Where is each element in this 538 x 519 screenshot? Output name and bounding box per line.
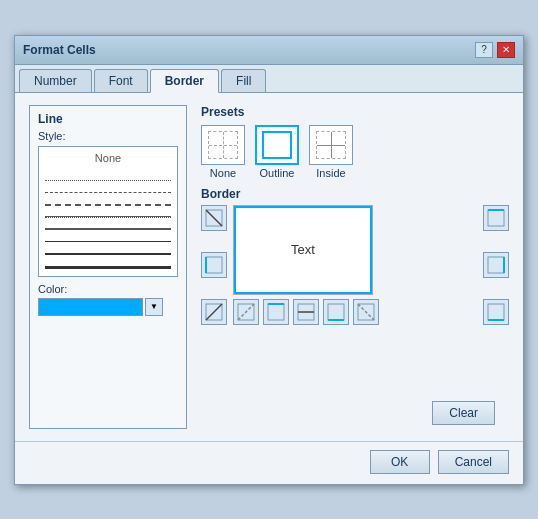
line-style-dash-dot-dot[interactable]: [43, 225, 173, 233]
svg-rect-20: [488, 304, 504, 320]
dialog-title: Format Cells: [23, 43, 96, 57]
right-panel: Presets None Outline: [201, 105, 509, 429]
line-style-none[interactable]: None: [43, 151, 173, 165]
line-style-small-dotted[interactable]: [43, 177, 173, 184]
preset-inside-label: Inside: [316, 167, 345, 179]
line-style-medium-solid[interactable]: [43, 250, 173, 258]
border-bottom-buttons: [233, 295, 477, 325]
border-inner-horizontal-icon: [297, 303, 315, 321]
svg-rect-8: [268, 304, 284, 320]
style-label: Style:: [38, 130, 178, 142]
border-diagonal-bl-icon: [205, 303, 223, 321]
line-style-dashed[interactable]: [43, 189, 173, 196]
preset-none-button[interactable]: None: [201, 125, 245, 179]
title-bar: Format Cells ? ✕: [15, 36, 523, 65]
tab-bar: Number Font Border Fill: [15, 65, 523, 93]
dialog-body: Line Style: None: [15, 93, 523, 441]
color-picker-row: ▼: [38, 298, 178, 316]
border-inner-h-btn[interactable]: [293, 299, 319, 325]
dialog-footer: OK Cancel: [15, 441, 523, 484]
svg-line-7: [238, 304, 254, 320]
tab-number[interactable]: Number: [19, 69, 92, 92]
preset-inside-graphic: [316, 131, 346, 159]
color-section: Color: ▼: [38, 283, 178, 316]
border-top-right-btn[interactable]: [483, 205, 509, 231]
border-bottom-icon: [327, 303, 345, 321]
border-right-buttons: [483, 205, 509, 325]
border-diagonal-btn[interactable]: [353, 299, 379, 325]
title-bar-buttons: ? ✕: [475, 42, 515, 58]
svg-line-15: [358, 304, 374, 320]
clear-button-area: Clear: [201, 401, 509, 425]
cancel-button[interactable]: Cancel: [438, 450, 509, 474]
line-style-list: None: [38, 146, 178, 277]
border-right-btn[interactable]: [483, 252, 509, 278]
tab-border[interactable]: Border: [150, 69, 219, 93]
border-top-btn[interactable]: [263, 299, 289, 325]
border-preview-text: Text: [291, 242, 315, 257]
border-preview-container: Text: [233, 205, 477, 325]
color-swatch[interactable]: [38, 298, 143, 316]
line-panel: Line Style: None: [29, 105, 187, 429]
border-bottom-left-diag-btn[interactable]: [233, 299, 259, 325]
border-left-icon: [205, 256, 223, 274]
border-bottom-left-btn[interactable]: [201, 299, 227, 325]
color-label: Color:: [38, 283, 178, 295]
border-section: Border: [201, 187, 509, 325]
svg-rect-12: [328, 304, 344, 320]
preset-inside-icon: [309, 125, 353, 165]
svg-rect-2: [206, 257, 222, 273]
border-diagonal-icon: [357, 303, 375, 321]
close-button[interactable]: ✕: [497, 42, 515, 58]
preset-outline-button[interactable]: Outline: [255, 125, 299, 179]
svg-rect-16: [488, 210, 504, 226]
empty-area: [201, 333, 509, 393]
svg-line-1: [206, 210, 222, 226]
ok-button[interactable]: OK: [370, 450, 430, 474]
line-style-thick-solid[interactable]: [43, 263, 173, 272]
border-bottom-diag-icon: [237, 303, 255, 321]
presets-row: None Outline Inside: [201, 125, 509, 179]
border-top-icon: [267, 303, 285, 321]
help-button[interactable]: ?: [475, 42, 493, 58]
preset-outline-label: Outline: [260, 167, 295, 179]
border-top-left-btn[interactable]: [201, 205, 227, 231]
preset-none-icon: [201, 125, 245, 165]
line-style-dash-dot[interactable]: [43, 214, 173, 220]
border-left-buttons: [201, 205, 227, 325]
border-section-title: Border: [201, 187, 509, 201]
border-bottom-right-btn[interactable]: [483, 299, 509, 325]
preset-none-graphic: [208, 131, 238, 159]
border-left-btn[interactable]: [201, 252, 227, 278]
line-style-dotted[interactable]: [43, 170, 173, 172]
line-style-medium-dashed[interactable]: [43, 201, 173, 209]
format-cells-dialog: Format Cells ? ✕ Number Font Border Fill…: [14, 35, 524, 485]
border-diagonal-tl-icon: [205, 209, 223, 227]
border-top-icon-r: [487, 209, 505, 227]
line-style-thin-solid[interactable]: [43, 238, 173, 245]
tab-font[interactable]: Font: [94, 69, 148, 92]
line-panel-title: Line: [38, 112, 178, 126]
border-bottom-btn[interactable]: [323, 299, 349, 325]
border-area: Text: [201, 205, 509, 325]
presets-section: Presets None Outline: [201, 105, 509, 179]
border-right-icon: [487, 256, 505, 274]
preset-none-label: None: [210, 167, 236, 179]
clear-button[interactable]: Clear: [432, 401, 495, 425]
main-row: Line Style: None: [29, 105, 509, 429]
preset-outline-graphic: [262, 131, 292, 159]
color-dropdown-button[interactable]: ▼: [145, 298, 163, 316]
tab-fill[interactable]: Fill: [221, 69, 266, 92]
presets-title: Presets: [201, 105, 509, 119]
border-bottom-icon-r: [487, 303, 505, 321]
svg-rect-18: [488, 257, 504, 273]
border-preview[interactable]: Text: [233, 205, 373, 295]
svg-line-5: [206, 304, 222, 320]
preset-outline-icon: [255, 125, 299, 165]
preset-inside-button[interactable]: Inside: [309, 125, 353, 179]
